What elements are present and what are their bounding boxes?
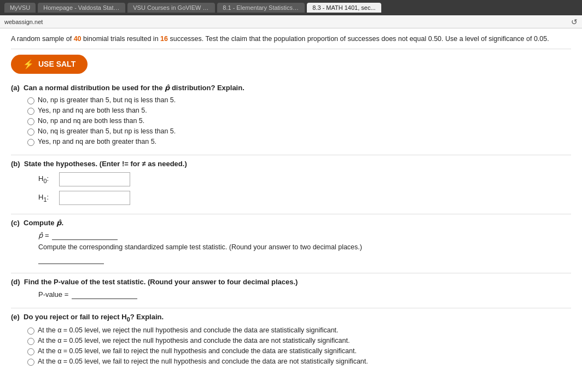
part-a-section: (a) Can a normal distribution be used fo… xyxy=(11,84,571,146)
radio-e-3-label: At the α = 0.05 level, we fail to reject… xyxy=(38,347,357,355)
refresh-button[interactable]: ↺ xyxy=(571,17,578,26)
test-stat-row xyxy=(11,255,571,264)
radio-e-option-2: At the α = 0.05 level, we reject the nul… xyxy=(11,337,571,345)
part-e-section: (e) Do you reject or fail to reject H0? … xyxy=(11,313,571,366)
radio-a-4-label: No, nq is greater than 5, but np is less… xyxy=(38,127,176,135)
radio-e-1[interactable] xyxy=(27,327,34,335)
radio-e-option-3: At the α = 0.05 level, we fail to reject… xyxy=(11,347,571,355)
radio-a-1-label: No, np is greater than 5, but nq is less… xyxy=(38,96,176,104)
h0-label: H0: xyxy=(38,174,55,184)
url-display: webassign.net xyxy=(4,19,567,25)
pvalue-answer-line xyxy=(72,290,137,299)
tab-83-label: 8.3 - MATH 1401, sec... xyxy=(312,4,375,11)
radio-a-3-label: No, np and nq are both less than 5. xyxy=(38,117,144,125)
part-e-label: (e) Do you reject or fail to reject H0? … xyxy=(11,313,571,323)
radio-e-4[interactable] xyxy=(27,359,34,366)
divider-de xyxy=(11,308,571,308)
part-b-section: (b) State the hypotheses. (Enter != for … xyxy=(11,160,571,205)
test-stat-instruction: Compute the corresponding standardized s… xyxy=(11,243,571,251)
tab-myvsu-label: MyVSU xyxy=(10,4,30,11)
radio-e-2[interactable] xyxy=(27,338,34,345)
radio-a-2[interactable] xyxy=(27,108,34,115)
h1-row: H1: xyxy=(11,191,571,205)
problem-statement: A random sample of 40 binomial trials re… xyxy=(11,34,571,49)
tab-81[interactable]: 8.1 - Elementary Statistics Section 1/G … xyxy=(217,3,305,13)
radio-e-2-label: At the α = 0.05 level, we reject the nul… xyxy=(38,337,350,344)
phat-row: p̂ = xyxy=(11,231,571,240)
tab-81-label: 8.1 - Elementary Statistics Section 1/G … xyxy=(223,4,305,11)
part-d-label: (d) Find the P-value of the test statist… xyxy=(11,278,571,286)
radio-option-5: Yes, np and nq are both greater than 5. xyxy=(11,138,571,146)
tab-goview[interactable]: VSU Courses in GoVIEW - Valdosta State..… xyxy=(127,3,215,13)
radio-a-4[interactable] xyxy=(27,128,34,136)
radio-e-option-4: At the α = 0.05 level, we fail to reject… xyxy=(11,358,571,366)
h0-row: H0: xyxy=(11,172,571,186)
radio-a-5[interactable] xyxy=(27,139,34,146)
radio-option-4: No, nq is greater than 5, but np is less… xyxy=(11,127,571,136)
test-stat-answer-line xyxy=(38,255,104,264)
part-d-section: (d) Find the P-value of the test statist… xyxy=(11,278,571,299)
tab-homepage-label: Homepage - Valdosta State University xyxy=(43,4,125,11)
h1-input[interactable] xyxy=(59,191,130,205)
radio-a-1[interactable] xyxy=(27,97,34,104)
main-content: A random sample of 40 binomial trials re… xyxy=(0,28,582,392)
radio-option-2: Yes, np and nq are both less than 5. xyxy=(11,107,571,115)
use-salt-label: USE SALT xyxy=(38,60,75,68)
part-a-label: (a) Can a normal distribution be used fo… xyxy=(11,84,571,92)
part-c-label: (c) Compute p̂. xyxy=(11,219,571,227)
salt-icon: ⚡ xyxy=(23,59,34,69)
part-b-label: (b) State the hypotheses. (Enter != for … xyxy=(11,160,571,168)
use-salt-button[interactable]: ⚡ USE SALT xyxy=(11,55,88,74)
divider-bc xyxy=(11,214,571,214)
tab-goview-label: VSU Courses in GoVIEW - Valdosta State..… xyxy=(133,4,215,11)
tab-myvsu[interactable]: MyVSU xyxy=(4,3,36,13)
radio-e-4-label: At the α = 0.05 level, we fail to reject… xyxy=(38,358,368,365)
radio-a-3[interactable] xyxy=(27,118,34,125)
phat-answer-line xyxy=(52,231,118,240)
radio-e-3[interactable] xyxy=(27,348,34,355)
highlight-n: 40 xyxy=(74,35,82,43)
pvalue-row: P-value = xyxy=(11,290,571,299)
tab-homepage[interactable]: Homepage - Valdosta State University xyxy=(38,3,125,13)
part-c-section: (c) Compute p̂. p̂ = Compute the corresp… xyxy=(11,219,571,264)
radio-option-1: No, np is greater than 5, but nq is less… xyxy=(11,96,571,104)
h0-input[interactable] xyxy=(59,172,130,186)
pvalue-label: P-value = xyxy=(38,290,68,299)
divider-ab xyxy=(11,155,571,155)
highlight-k: 16 xyxy=(160,35,168,43)
h1-label: H1: xyxy=(38,193,55,203)
phat-label: p̂ = xyxy=(38,231,49,239)
radio-e-1-label: At the α = 0.05 level, we reject the nul… xyxy=(38,326,339,334)
radio-option-3: No, np and nq are both less than 5. xyxy=(11,117,571,125)
tab-83[interactable]: 8.3 - MATH 1401, sec... xyxy=(307,3,381,13)
radio-a-2-label: Yes, np and nq are both less than 5. xyxy=(38,107,147,114)
radio-e-option-1: At the α = 0.05 level, we reject the nul… xyxy=(11,326,571,335)
radio-a-5-label: Yes, np and nq are both greater than 5. xyxy=(38,138,156,145)
divider-cd xyxy=(11,273,571,273)
